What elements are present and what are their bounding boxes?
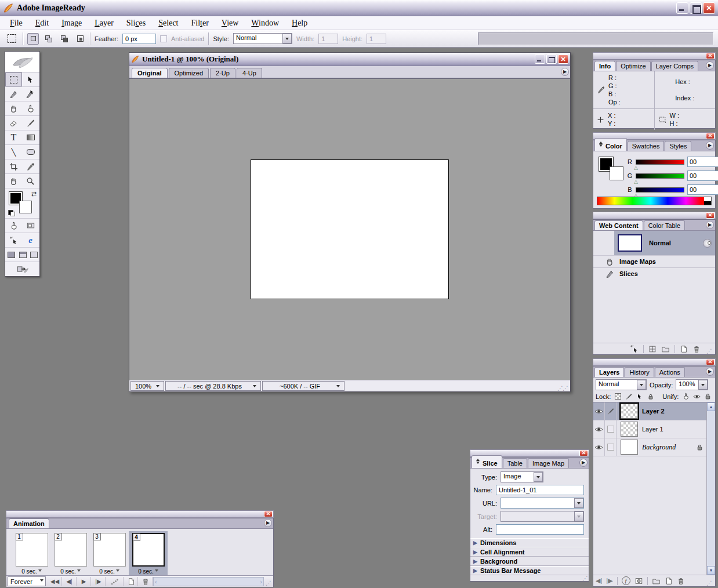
anti-aliased-checkbox[interactable] (160, 35, 167, 42)
blue-slider[interactable] (636, 187, 684, 193)
layers-scrollbar[interactable]: ▲ ▼ (706, 402, 715, 575)
tab-layer-comps[interactable]: Layer Comps (651, 61, 698, 71)
link-column[interactable] (605, 438, 617, 456)
next-frame-button[interactable]: |▶ (606, 577, 612, 585)
document-tab-menu-button[interactable]: ▶ (561, 68, 569, 76)
tab-4up[interactable]: 4-Up (237, 68, 262, 78)
layers-palette-close-icon[interactable]: ✕ (706, 359, 715, 365)
close-button[interactable]: ✕ (703, 2, 715, 14)
crop-tool[interactable] (5, 159, 22, 173)
next-frame-button[interactable]: |▶ (92, 577, 106, 586)
resize-grip[interactable]: ⋰⋰ (556, 385, 569, 391)
slice-alt-input[interactable] (496, 524, 584, 535)
menu-filter[interactable]: Filter (184, 17, 215, 29)
frame-delay-dropdown[interactable]: 0 sec. (60, 568, 81, 575)
toggle-image-maps-button[interactable] (5, 219, 22, 233)
marquee-tool[interactable] (5, 72, 22, 86)
red-slider[interactable] (636, 159, 684, 165)
tab-image-map[interactable]: Image Map (528, 458, 569, 468)
menu-window[interactable]: Window (245, 17, 285, 29)
tab-original[interactable]: Original (132, 68, 168, 78)
frame-delay-dropdown[interactable]: 0 sec. (21, 568, 42, 575)
background-color-swatch[interactable] (610, 166, 623, 180)
tab-slice[interactable]: Slice (472, 455, 502, 468)
visibility-eye-icon[interactable] (593, 420, 605, 438)
background-color-swatch[interactable] (19, 201, 32, 213)
scroll-right-icon[interactable]: › (260, 578, 262, 585)
layer-effects-button[interactable]: ƒ (622, 576, 630, 585)
layer-row-layer1[interactable]: Layer 1 (593, 420, 715, 438)
resize-grip[interactable]: ⋰ (705, 580, 713, 586)
lock-image-button[interactable] (625, 393, 633, 400)
scroll-down-button[interactable]: ▼ (707, 566, 715, 575)
layers-palette-menu-button[interactable]: ▶ (706, 368, 714, 376)
new-layer-set-button[interactable] (652, 577, 661, 585)
toggle-slices-button[interactable] (22, 219, 39, 233)
section-background[interactable]: ▶ Background (470, 557, 589, 566)
tab-history[interactable]: History (625, 367, 654, 377)
section-dimensions[interactable]: ▶ Dimensions (470, 538, 589, 547)
slice-tool[interactable] (5, 87, 22, 101)
lock-transparency-button[interactable] (614, 393, 622, 400)
frame-1[interactable]: 1 0 sec. (12, 531, 51, 575)
red-value-input[interactable] (687, 157, 718, 167)
web-content-palette-close-icon[interactable]: ✕ (706, 212, 715, 219)
document-minimize-button[interactable] (535, 55, 545, 64)
default-colors-icon[interactable] (8, 210, 15, 216)
animation-palette-titlebar[interactable]: ✕ (6, 510, 274, 518)
green-slider-marker[interactable]: △ (634, 179, 638, 184)
document-close-button[interactable]: ✕ (558, 55, 568, 64)
unify-style-button[interactable] (704, 393, 712, 400)
slice-palette-close-icon[interactable]: ✕ (579, 450, 588, 456)
menu-edit[interactable]: Edit (29, 17, 55, 29)
document-title-bar[interactable]: Untitled-1 @ 100% (Original) ✕ (129, 53, 570, 66)
style-dropdown-arrow[interactable] (282, 34, 292, 43)
animation-palette-close-icon[interactable]: ✕ (264, 511, 273, 517)
document-canvas[interactable] (129, 78, 570, 380)
preview-document-button[interactable] (5, 233, 22, 247)
slice-palette-menu-button[interactable]: ▶ (579, 459, 588, 467)
slice-name-input[interactable] (496, 485, 584, 495)
frame-4-selected[interactable]: 4 0 sec. (129, 531, 168, 575)
tab-optimized[interactable]: Optimized (169, 68, 209, 78)
tab-info[interactable]: Info (594, 61, 615, 71)
delete-frame-button[interactable] (139, 577, 153, 586)
info-palette-menu-button[interactable]: ▶ (706, 61, 714, 70)
hand-tool[interactable] (5, 174, 22, 188)
lock-all-button[interactable] (647, 393, 655, 400)
color-palette-close-icon[interactable]: ✕ (706, 133, 715, 139)
web-content-palette-menu-button[interactable]: ▶ (706, 221, 714, 229)
blend-mode-dropdown[interactable]: Normal (596, 379, 647, 390)
image-canvas[interactable] (251, 159, 449, 299)
paint-indicator-icon[interactable] (605, 402, 617, 420)
eraser-tool[interactable] (5, 116, 22, 130)
type-tool[interactable]: T (5, 130, 22, 144)
tab-styles[interactable]: Styles (665, 141, 691, 151)
file-size-dropdown[interactable]: ~600K / -- GIF (262, 381, 345, 391)
maximize-button[interactable] (690, 2, 702, 14)
previous-frame-button[interactable]: ◀| (63, 577, 77, 586)
normal-state-row[interactable]: Normal (593, 231, 715, 255)
layer-thumbnail[interactable] (621, 404, 638, 419)
info-palette-titlebar[interactable]: ✕ (593, 52, 716, 60)
resize-grip[interactable]: ⋰ (264, 580, 272, 586)
selection-mode-subtract-button[interactable] (59, 33, 70, 45)
preview-in-browser-button[interactable]: e (22, 233, 39, 247)
layer-thumbnail[interactable] (621, 440, 638, 455)
resize-grip[interactable]: ⋰ (705, 348, 713, 354)
blue-value-input[interactable] (687, 184, 718, 195)
style-dropdown[interactable]: Normal (233, 33, 292, 44)
paintbrush-tool[interactable] (22, 116, 39, 130)
rewind-button[interactable]: ◀◀ (48, 577, 62, 586)
tab-animation[interactable]: Animation (9, 518, 49, 528)
play-button[interactable]: ▶ (77, 577, 91, 586)
layer-row-layer2[interactable]: Layer 2 (593, 402, 715, 420)
selection-mode-new-button[interactable] (27, 33, 39, 45)
feather-input[interactable] (122, 34, 156, 44)
tab-table[interactable]: Table (503, 458, 527, 468)
zoom-tool[interactable] (22, 174, 39, 188)
slices-row[interactable]: Slices (593, 267, 715, 280)
zoom-level-dropdown[interactable]: 100% (130, 381, 164, 391)
menu-layer[interactable]: Layer (88, 17, 120, 29)
tab-2up[interactable]: 2-Up (210, 68, 235, 78)
